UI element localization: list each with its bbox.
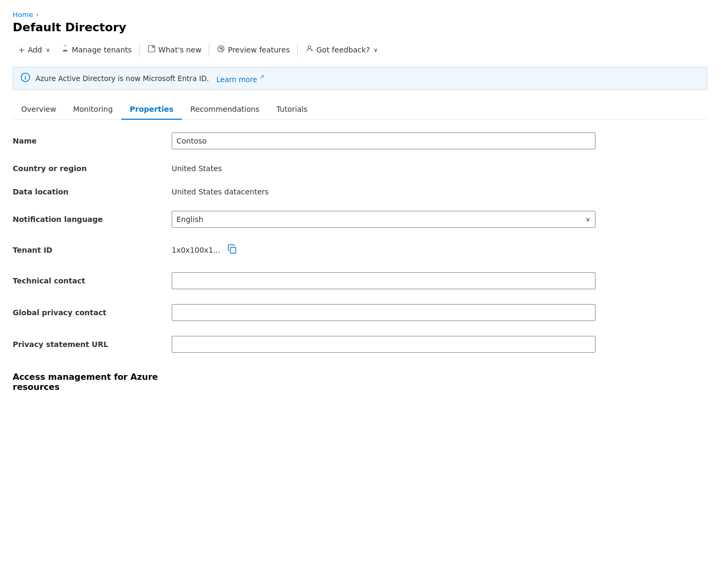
toolbar-divider-2 [209, 43, 209, 56]
global-privacy-input[interactable] [172, 304, 595, 321]
got-feedback-button[interactable]: Got feedback? ∨ [300, 41, 383, 58]
access-management-header: Access management for Azure resources [13, 368, 172, 392]
global-privacy-label: Global privacy contact [13, 308, 172, 317]
feedback-caret-icon: ∨ [374, 47, 378, 54]
notification-language-label: Notification language [13, 215, 172, 224]
privacy-url-label: Privacy statement URL [13, 340, 172, 349]
country-value: United States [172, 164, 595, 173]
technical-contact-label: Technical contact [13, 277, 172, 285]
manage-tenants-icon [61, 44, 69, 55]
svg-rect-6 [230, 247, 236, 253]
name-input[interactable] [172, 132, 595, 149]
tab-overview[interactable]: Overview [13, 100, 65, 120]
info-banner: Azure Active Directory is now Microsoft … [13, 67, 707, 90]
tabs-container: Overview Monitoring Properties Recommend… [13, 100, 707, 120]
data-location-label: Data location [13, 188, 172, 196]
breadcrumb-home[interactable]: Home [13, 11, 33, 19]
whats-new-icon [147, 44, 156, 55]
preview-features-icon [217, 44, 225, 55]
tenant-id-cell: 1x0x100x1... [172, 243, 595, 257]
tab-tutorials[interactable]: Tutorials [268, 100, 316, 120]
add-icon: + [18, 45, 25, 55]
technical-contact-cell [172, 272, 595, 289]
name-value-cell [172, 132, 595, 149]
properties-grid: Name Country or region United States Dat… [13, 132, 595, 392]
manage-tenants-button[interactable]: Manage tenants [56, 41, 137, 58]
tenant-id-value: 1x0x100x1... [172, 246, 220, 254]
tenant-id-label: Tenant ID [13, 246, 172, 254]
privacy-url-cell [172, 336, 595, 353]
notification-language-wrapper: English French German Spanish Japanese C… [172, 211, 595, 228]
tab-recommendations[interactable]: Recommendations [182, 100, 268, 120]
breadcrumb-separator: › [36, 11, 39, 19]
page-title: Default Directory [13, 21, 707, 34]
technical-contact-input[interactable] [172, 272, 595, 289]
toolbar-divider-3 [297, 43, 298, 56]
svg-point-5 [25, 75, 26, 76]
preview-features-button[interactable]: Preview features [211, 41, 295, 58]
info-banner-text: Azure Active Directory is now Microsoft … [35, 74, 209, 83]
name-label: Name [13, 137, 172, 145]
notification-language-select[interactable]: English French German Spanish Japanese C… [172, 211, 595, 228]
add-button[interactable]: + Add ∨ [13, 42, 56, 58]
notification-language-cell: English French German Spanish Japanese C… [172, 211, 595, 228]
toolbar-divider-1 [139, 43, 140, 56]
copy-tenant-id-icon[interactable] [226, 243, 238, 257]
privacy-url-input[interactable] [172, 336, 595, 353]
svg-point-2 [220, 48, 222, 50]
info-icon [21, 73, 30, 84]
tab-monitoring[interactable]: Monitoring [65, 100, 121, 120]
data-location-value: United States datacenters [172, 188, 595, 196]
external-link-icon: ↗ [260, 74, 264, 81]
country-label: Country or region [13, 164, 172, 173]
got-feedback-icon [305, 44, 314, 55]
whats-new-button[interactable]: What's new [142, 41, 207, 58]
learn-more-link[interactable]: Learn more ↗ [216, 74, 264, 84]
add-caret-icon: ∨ [46, 47, 50, 54]
breadcrumb: Home › [13, 11, 707, 19]
global-privacy-cell [172, 304, 595, 321]
tab-properties[interactable]: Properties [121, 100, 182, 120]
toolbar: + Add ∨ Manage tenants What's new [13, 41, 707, 58]
svg-point-3 [308, 46, 310, 49]
